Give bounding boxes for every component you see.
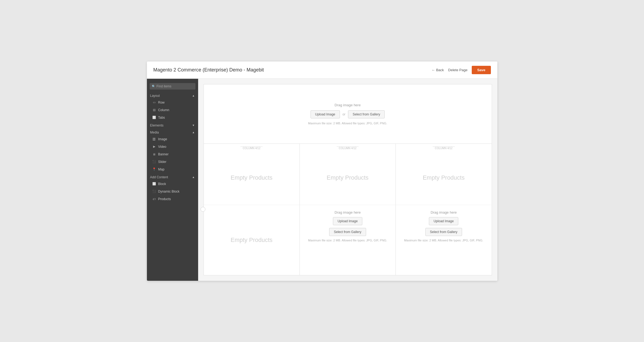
col2-label: COLUMN 4/12 bbox=[337, 146, 359, 150]
column-3: COLUMN 4/12 Empty Products Drag image he… bbox=[396, 144, 491, 275]
sidebar-item-block[interactable]: ⬜ Block bbox=[147, 180, 198, 188]
sidebar-section-media[interactable]: Media ▲ bbox=[147, 128, 198, 135]
sidebar-search-container: 🔍 bbox=[147, 81, 198, 92]
tabs-icon: ⬜ bbox=[152, 116, 156, 119]
app-container: Magento 2 Commerce (Enterprise) Demo - M… bbox=[147, 61, 497, 281]
drag-text-col3: Drag image here bbox=[431, 210, 457, 214]
page-title: Magento 2 Commerce (Enterprise) Demo - M… bbox=[153, 67, 264, 73]
delete-page-button[interactable]: Delete Page bbox=[448, 68, 468, 72]
image-icon: 🖼 bbox=[152, 137, 156, 141]
main-content: 🔍 Layout ▲ ▭ Row ▤ Column ⬜ Tabs bbox=[147, 79, 497, 281]
search-icon: 🔍 bbox=[152, 84, 156, 88]
file-info-col2: Maximum file size: 2 MB. Allowed file ty… bbox=[308, 239, 387, 242]
sidebar-item-tabs[interactable]: ⬜ Tabs bbox=[147, 114, 198, 121]
select-gallery-button-col2[interactable]: Select from Gallery bbox=[329, 228, 366, 236]
video-icon: ▶ bbox=[152, 145, 156, 149]
chevron-up-icon: ▲ bbox=[192, 94, 195, 97]
chevron-up-icon-3: ▲ bbox=[192, 176, 195, 179]
sidebar-item-column-label: Column bbox=[158, 108, 169, 112]
header: Magento 2 Commerce (Enterprise) Demo - M… bbox=[147, 61, 497, 79]
sidebar-item-banner-label: Banner bbox=[158, 152, 169, 156]
sidebar-item-row-label: Row bbox=[158, 101, 165, 104]
canvas-panel: Drag image here Upload Image or Select f… bbox=[204, 84, 492, 275]
sidebar-section-layout-label: Layout bbox=[150, 94, 160, 98]
sidebar-section-media-label: Media bbox=[150, 131, 159, 134]
drag-text-col2: Drag image here bbox=[335, 210, 361, 214]
map-icon: 📍 bbox=[152, 167, 156, 171]
sidebar-item-map[interactable]: 📍 Map bbox=[147, 166, 198, 173]
back-button[interactable]: ← Back bbox=[432, 68, 444, 72]
sidebar-item-dynamic-block-label: Dynamic Block bbox=[158, 190, 180, 193]
column-2: COLUMN 4/12 Empty Products Drag image he… bbox=[300, 144, 396, 275]
col1-label: COLUMN 4/12 bbox=[240, 146, 263, 150]
col2-empty-products-top: Empty Products bbox=[300, 151, 395, 205]
three-columns: COLUMN 4/12 Empty Products Empty Product… bbox=[204, 144, 492, 275]
col1-empty-products-bottom: Empty Products bbox=[204, 205, 299, 275]
save-button[interactable]: Save bbox=[472, 66, 491, 74]
products-icon: 🏷 bbox=[152, 197, 156, 201]
upload-image-button-top[interactable]: Upload Image bbox=[311, 110, 340, 118]
sidebar-section-add-content[interactable]: Add Content ▲ bbox=[147, 173, 198, 180]
slider-icon: ⬛ bbox=[152, 160, 156, 164]
sidebar-item-column[interactable]: ▤ Column bbox=[147, 106, 198, 114]
or-text-top: or bbox=[343, 112, 346, 116]
sidebar-section-add-content-label: Add Content bbox=[150, 175, 168, 179]
column-1: COLUMN 4/12 Empty Products Empty Product… bbox=[204, 144, 300, 275]
file-info-top: Maximum file size: 2 MB. Allowed file ty… bbox=[308, 122, 387, 125]
col3-label: COLUMN 4/12 bbox=[433, 146, 455, 150]
top-row-upload: Drag image here Upload Image or Select f… bbox=[204, 84, 492, 144]
sidebar-item-slider[interactable]: ⬛ Slider bbox=[147, 158, 198, 166]
sidebar-item-banner[interactable]: 🖥 Banner bbox=[147, 151, 198, 158]
block-icon: ⬜ bbox=[152, 182, 156, 186]
col1-empty-products-top: Empty Products bbox=[204, 151, 299, 205]
column-icon: ▤ bbox=[152, 108, 156, 112]
sidebar-item-video[interactable]: ▶ Video bbox=[147, 143, 198, 151]
sidebar-section-elements-label: Elements bbox=[150, 124, 164, 127]
select-gallery-button-col3[interactable]: Select from Gallery bbox=[425, 228, 462, 236]
select-gallery-button-top[interactable]: Select from Gallery bbox=[348, 110, 385, 118]
sidebar: 🔍 Layout ▲ ▭ Row ▤ Column ⬜ Tabs bbox=[147, 79, 198, 281]
chevron-down-icon: ▼ bbox=[192, 124, 195, 127]
sidebar-item-row[interactable]: ▭ Row bbox=[147, 99, 198, 106]
upload-row-top: Upload Image or Select from Gallery bbox=[311, 110, 385, 118]
drag-text-top: Drag image here bbox=[335, 103, 361, 107]
sidebar-item-image[interactable]: 🖼 Image bbox=[147, 135, 198, 143]
file-info-col3: Maximum file size: 2 MB. Allowed file ty… bbox=[404, 239, 483, 242]
sidebar-section-elements[interactable]: Elements ▼ bbox=[147, 121, 198, 128]
sidebar-item-tabs-label: Tabs bbox=[158, 116, 165, 119]
sidebar-item-slider-label: Slider bbox=[158, 160, 167, 164]
canvas: Drag image here Upload Image or Select f… bbox=[198, 79, 497, 281]
col3-upload-area: Drag image here Upload Image Select from… bbox=[396, 205, 491, 247]
search-input[interactable] bbox=[150, 83, 195, 90]
col2-upload-area: Drag image here Upload Image Select from… bbox=[300, 205, 395, 247]
banner-icon: 🖥 bbox=[152, 152, 156, 156]
sidebar-item-products-label: Products bbox=[158, 197, 171, 201]
drag-handle-col1[interactable] bbox=[201, 207, 205, 212]
sidebar-item-video-label: Video bbox=[158, 145, 166, 149]
row-icon: ▭ bbox=[152, 101, 156, 104]
chevron-up-icon-2: ▲ bbox=[192, 131, 195, 134]
col3-empty-products-top: Empty Products bbox=[396, 151, 491, 205]
dynamic-block-icon: ⬛ bbox=[152, 190, 156, 193]
header-actions: ← Back Delete Page Save bbox=[432, 66, 491, 74]
sidebar-item-image-label: Image bbox=[158, 137, 167, 141]
sidebar-item-dynamic-block[interactable]: ⬛ Dynamic Block bbox=[147, 188, 198, 195]
sidebar-section-layout[interactable]: Layout ▲ bbox=[147, 92, 198, 99]
sidebar-item-products[interactable]: 🏷 Products bbox=[147, 195, 198, 203]
sidebar-item-map-label: Map bbox=[158, 167, 164, 171]
upload-image-button-col3[interactable]: Upload Image bbox=[429, 217, 458, 225]
upload-image-button-col2[interactable]: Upload Image bbox=[333, 217, 362, 225]
sidebar-item-block-label: Block bbox=[158, 182, 166, 186]
